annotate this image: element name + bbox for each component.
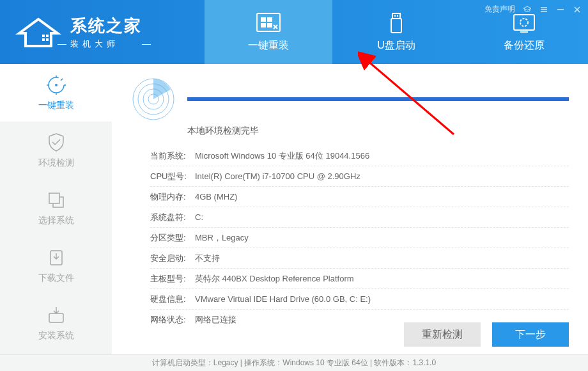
minimize-icon[interactable] xyxy=(556,5,565,14)
svg-rect-2 xyxy=(42,38,45,41)
download-icon xyxy=(45,247,67,269)
info-key: 当前系统: xyxy=(150,150,195,162)
info-key: 硬盘信息: xyxy=(150,294,195,305)
info-row: CPU型号:Intel(R) Core(TM) i7-10700 CPU @ 2… xyxy=(150,166,569,187)
info-key: 网络状态: xyxy=(150,314,195,326)
main-panel: 本地环境检测完毕 当前系统:Microsoft Windows 10 专业版 6… xyxy=(112,64,588,354)
titlebar-controls: 免责声明 xyxy=(484,4,582,15)
info-val: 英特尔 440BX Desktop Reference Platform xyxy=(195,273,569,285)
logo-icon xyxy=(13,13,64,51)
disclaimer-link[interactable]: 免责声明 xyxy=(484,4,515,15)
status-bar: 计算机启动类型：Legacy | 操作系统：Windows 10 专业版 64位… xyxy=(0,354,588,371)
info-key: CPU型号: xyxy=(150,171,195,182)
sidebar-item-select-system[interactable]: 选择系统 xyxy=(0,179,112,237)
next-button[interactable]: 下一步 xyxy=(492,322,569,347)
app-title: 系统之家 xyxy=(70,15,142,37)
info-row: 物理内存:4GB (MHZ) xyxy=(150,187,569,207)
info-row: 当前系统:Microsoft Windows 10 专业版 64位 19044.… xyxy=(150,146,569,166)
sidebar-item-label: 下载文件 xyxy=(38,272,74,284)
close-icon[interactable] xyxy=(573,5,582,14)
tab-label: 一键重装 xyxy=(248,39,289,52)
info-val: 不支持 xyxy=(195,253,569,264)
info-val: MBR，Legacy xyxy=(195,232,569,244)
sidebar-item-download[interactable]: 下载文件 xyxy=(0,237,112,294)
tab-label: U盘启动 xyxy=(377,39,415,52)
svg-rect-12 xyxy=(391,19,401,33)
tab-usb-boot[interactable]: U盘启动 xyxy=(332,0,460,64)
svg-rect-17 xyxy=(520,31,528,33)
app-subtitle: 装机大师 xyxy=(70,38,142,50)
tab-reinstall[interactable]: 一键重装 xyxy=(205,0,332,64)
svg-rect-1 xyxy=(46,35,49,37)
target-icon xyxy=(45,74,67,96)
info-key: 系统盘符: xyxy=(150,212,195,223)
sidebar-item-label: 一键重装 xyxy=(38,100,74,111)
info-val: Microsoft Windows 10 专业版 64位 19044.1566 xyxy=(195,150,569,162)
sidebar-item-env-check[interactable]: 环境检测 xyxy=(0,122,112,179)
svg-rect-27 xyxy=(49,313,63,322)
svg-point-25 xyxy=(55,84,58,86)
sidebar-item-label: 安装系统 xyxy=(38,330,74,342)
redetect-button[interactable]: 重新检测 xyxy=(404,322,481,347)
svg-rect-10 xyxy=(267,23,272,28)
info-row: 安全启动:不支持 xyxy=(150,248,569,269)
svg-point-16 xyxy=(520,19,528,26)
progress-bar xyxy=(187,97,569,101)
tab-label: 备份还原 xyxy=(504,39,545,52)
windows-install-icon xyxy=(254,12,282,35)
sidebar-item-reinstall[interactable]: 一键重装 xyxy=(0,64,112,122)
svg-rect-9 xyxy=(261,23,266,28)
header: 系统之家 装机大师 一键重装 U盘启动 备份还原 免责声明 xyxy=(0,0,588,64)
info-val: 4GB (MHZ) xyxy=(195,192,569,201)
svg-rect-4 xyxy=(50,38,52,41)
usb-icon xyxy=(382,12,410,35)
progress-title: 本地环境检测完毕 xyxy=(187,125,569,137)
svg-rect-0 xyxy=(42,35,45,37)
svg-rect-13 xyxy=(394,15,396,17)
svg-rect-7 xyxy=(261,17,266,22)
svg-rect-15 xyxy=(514,15,534,30)
sidebar-item-label: 环境检测 xyxy=(38,157,74,169)
info-val: VMware Virtual IDE Hard Drive (60.0 GB, … xyxy=(195,294,569,304)
info-row: 硬盘信息:VMware Virtual IDE Hard Drive (60.0… xyxy=(150,289,569,310)
info-key: 物理内存: xyxy=(150,191,195,203)
info-row: 主板型号:英特尔 440BX Desktop Reference Platfor… xyxy=(150,269,569,289)
menu-icon[interactable] xyxy=(539,5,548,14)
svg-rect-3 xyxy=(46,38,49,41)
install-icon xyxy=(45,304,67,326)
select-icon xyxy=(45,189,67,211)
backup-icon xyxy=(510,12,538,35)
logo-area: 系统之家 装机大师 xyxy=(0,13,205,51)
sidebar-item-install[interactable]: 安装系统 xyxy=(0,294,112,352)
shield-check-icon xyxy=(45,132,67,154)
info-row: 分区类型:MBR，Legacy xyxy=(150,228,569,248)
info-key: 安全启动: xyxy=(150,253,195,264)
svg-rect-5 xyxy=(50,42,52,45)
info-row: 系统盘符:C: xyxy=(150,207,569,228)
sidebar: 一键重装 环境检测 选择系统 下载文件 安装系统 xyxy=(0,64,112,354)
svg-rect-11 xyxy=(392,13,400,19)
info-val: Intel(R) Core(TM) i7-10700 CPU @ 2.90GHz xyxy=(195,171,569,181)
svg-rect-14 xyxy=(397,15,398,17)
radar-icon xyxy=(131,77,176,122)
system-info-list: 当前系统:Microsoft Windows 10 专业版 64位 19044.… xyxy=(131,146,569,330)
info-key: 主板型号: xyxy=(150,273,195,285)
sidebar-item-label: 选择系统 xyxy=(38,215,74,226)
info-key: 分区类型: xyxy=(150,232,195,244)
svg-rect-8 xyxy=(267,17,272,22)
graduation-icon[interactable] xyxy=(523,5,532,14)
info-val: C: xyxy=(195,212,569,222)
